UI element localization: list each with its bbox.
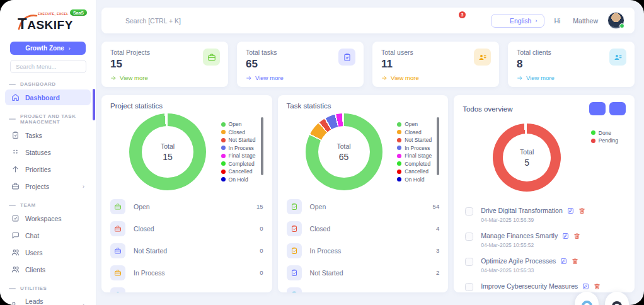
sidebar-item-label: Tasks (25, 132, 42, 139)
status-value: 54 (433, 203, 440, 210)
sidebar-item-priorities[interactable]: Priorities (5, 161, 91, 177)
trash-icon[interactable] (573, 233, 580, 239)
sidebar-item-label: Dashboard (25, 94, 60, 101)
legend-item-completed[interactable]: Completed (221, 161, 256, 167)
megaphone-icon (471, 14, 481, 25)
sidebar-search-input[interactable] (10, 60, 86, 73)
sidebar-item-statuses[interactable]: Statuses (5, 144, 91, 160)
edit-icon[interactable] (567, 207, 574, 214)
user-card-icon (614, 53, 623, 62)
sidebar-item-tasks[interactable]: Tasks (5, 127, 91, 143)
legend-item-cancelled[interactable]: Cancelled (221, 168, 256, 175)
nav-section-label: TEAM (9, 202, 87, 208)
view-more-link[interactable]: View more (246, 74, 355, 81)
status-value: 4 (436, 225, 439, 232)
sidebar-item-label: Leads Management (25, 297, 77, 305)
legend-label: Cancelled (405, 168, 428, 175)
legend-label: In Process (405, 145, 430, 151)
legend-scrollbar[interactable] (437, 117, 439, 175)
grid-dots-icon (11, 148, 20, 156)
view-more-link[interactable]: View more (110, 74, 219, 81)
legend-item-done[interactable]: Done (591, 130, 618, 136)
global-search-input[interactable] (125, 17, 442, 25)
status-icon-box (287, 221, 302, 236)
legend-label: Open (405, 121, 418, 127)
nav-section-label: UTILITIES (9, 285, 87, 291)
user-greeting: Hi Matthew (554, 17, 598, 25)
legend-item-open[interactable]: Open (221, 121, 256, 127)
section-dash (9, 118, 16, 120)
sidebar-item-clients[interactable]: Clients (5, 262, 91, 277)
notifications-button[interactable]: 3 (452, 14, 462, 27)
stat-card-icon-box (474, 49, 491, 66)
status-label: Closed (310, 225, 331, 233)
sidebar-item-workspaces[interactable]: Workspaces (5, 210, 91, 226)
avatar[interactable] (607, 12, 624, 29)
workspace-button[interactable]: Growth Zone › (10, 42, 86, 55)
status-icon-box (110, 199, 125, 214)
todo-checkbox[interactable] (465, 233, 473, 241)
legend-item-final-stage[interactable]: Final Stage (397, 152, 432, 159)
legend-item-in-process[interactable]: In Process (221, 145, 256, 151)
view-more-link[interactable]: View more (517, 74, 626, 81)
todo-list-button[interactable] (609, 102, 626, 115)
users-icon (11, 248, 20, 256)
taskify-logo[interactable]: TASKIFY EXECUTE, EXCEL SaaS (11, 10, 84, 35)
briefcase-icon (114, 291, 122, 293)
section-dash (9, 84, 16, 85)
view-more-label: View more (255, 74, 284, 81)
sidebar-item-chat[interactable]: Chat (5, 227, 91, 243)
sidebar-item-projects[interactable]: Projects› (5, 178, 91, 194)
legend-item-on-hold[interactable]: On Hold (221, 176, 256, 183)
task-statistics-donut: Total 65 (306, 113, 382, 190)
view-more-link[interactable]: View more (381, 74, 490, 81)
add-todo-button[interactable] (589, 102, 606, 115)
phone-icon (11, 301, 20, 305)
todo-item-optimize-agile-processes: Optimize Agile Processes04-Mar-2025 10:5… (463, 253, 626, 278)
status-value: 2 (436, 291, 439, 292)
legend-swatch (221, 130, 226, 134)
trash-icon[interactable] (594, 283, 601, 290)
sidebar-item-label: Projects (25, 183, 49, 190)
trash-icon[interactable] (578, 207, 585, 214)
trash-icon[interactable] (572, 258, 578, 265)
legend-item-pending[interactable]: Pending (591, 137, 618, 144)
legend-label: Not Started (405, 137, 432, 143)
stat-card-total-projects: Total Projects15View more (101, 42, 228, 87)
legend-item-closed[interactable]: Closed (221, 129, 256, 135)
legend-item-cancelled[interactable]: Cancelled (397, 168, 432, 175)
todo-checkbox[interactable] (465, 258, 473, 266)
stat-card-total-users: Total users11View more (372, 42, 499, 87)
todo-checkbox[interactable] (465, 283, 473, 291)
sidebar-scrollbar[interactable] (93, 89, 95, 120)
status-value: 0 (260, 225, 263, 232)
legend-item-open[interactable]: Open (397, 121, 432, 127)
sidebar: TASKIFY EXECUTE, EXCEL SaaS Growth Zone … (0, 0, 96, 305)
support-chat-button[interactable] (575, 292, 599, 305)
sidebar-item-users[interactable]: Users (5, 245, 91, 260)
legend-item-completed[interactable]: Completed (397, 161, 432, 167)
sidebar-item-dashboard[interactable]: Dashboard (5, 89, 91, 105)
todo-body: Drive Digital Transformation04-Mar-2025 … (481, 207, 585, 223)
legend-item-not-started[interactable]: Not Started (397, 137, 432, 143)
assistant-button[interactable] (605, 292, 629, 305)
clipboard-icon (11, 131, 20, 139)
language-selector[interactable]: English › (491, 14, 544, 28)
announcements-button[interactable] (471, 14, 481, 27)
legend-item-closed[interactable]: Closed (397, 129, 432, 135)
legend-item-in-process[interactable]: In Process (397, 145, 432, 151)
edit-icon[interactable] (560, 258, 567, 265)
legend-label: Closed (405, 129, 421, 135)
legend-swatch (397, 130, 401, 134)
status-value: 0 (260, 247, 263, 254)
todo-timestamp: 04-Mar-2025 10:55:33 (481, 267, 578, 273)
edit-icon[interactable] (582, 283, 589, 290)
legend-item-final-stage[interactable]: Final Stage (221, 152, 256, 159)
edit-icon[interactable] (562, 233, 569, 239)
todo-checkbox[interactable] (465, 207, 473, 216)
briefcase-icon (114, 203, 122, 210)
legend-item-not-started[interactable]: Not Started (221, 137, 256, 143)
legend-item-on-hold[interactable]: On Hold (397, 176, 432, 183)
sidebar-item-leads-management[interactable]: Leads Management› (5, 294, 91, 305)
legend-scrollbar[interactable] (261, 117, 263, 175)
